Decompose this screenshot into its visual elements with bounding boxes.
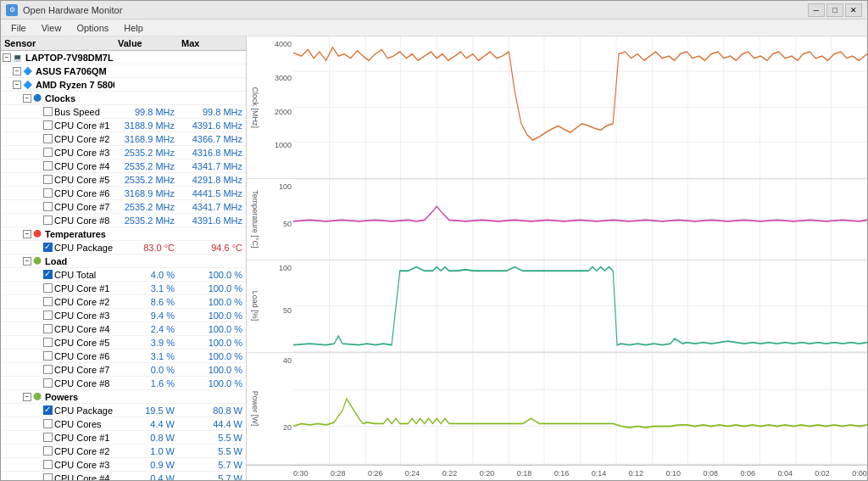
tree-row[interactable]: CPU Core #13.1 %100.0 % xyxy=(1,282,246,295)
row-max: 100.0 % xyxy=(178,338,246,348)
tree-row[interactable]: −🔷AMD Ryzen 7 5800H xyxy=(1,78,246,92)
x-label-0: 0:30 xyxy=(293,469,309,478)
tree-row[interactable]: CPU Core #42.4 %100.0 % xyxy=(1,322,246,336)
row-max: 100.0 % xyxy=(178,324,246,334)
checkbox[interactable] xyxy=(43,433,53,442)
tree-row[interactable]: CPU Core #39.4 %100.0 % xyxy=(1,309,246,322)
tree-row[interactable]: CPU Core #28.6 %100.0 % xyxy=(1,295,246,309)
tree-row[interactable]: −🔴Temperatures xyxy=(1,227,246,241)
checkbox[interactable] xyxy=(43,351,53,361)
checkbox[interactable] xyxy=(43,405,53,415)
tree-row[interactable]: −🟢Powers xyxy=(1,390,246,404)
tree-cell-name: CPU Core #1 xyxy=(1,283,114,294)
tree-cell-name: −🔷ASUS FA706QM xyxy=(1,66,114,76)
tree-row[interactable]: CPU Core #63.1 %100.0 % xyxy=(1,350,246,363)
checkbox[interactable] xyxy=(43,188,53,198)
checkbox[interactable] xyxy=(43,473,53,480)
checkbox[interactable] xyxy=(43,419,53,428)
col-max: Max xyxy=(178,36,246,50)
tree-row[interactable]: CPU Cores4.4 W44.4 W xyxy=(1,417,246,431)
checkbox[interactable] xyxy=(43,338,53,347)
tree-cell-name: CPU Core #3 xyxy=(1,148,114,158)
x-label-1: 0:28 xyxy=(331,469,346,478)
col-sensor: Sensor xyxy=(1,36,114,50)
checkbox[interactable] xyxy=(43,270,53,279)
checkbox[interactable] xyxy=(43,161,53,171)
menu-file[interactable]: File xyxy=(4,21,33,35)
menu-help[interactable]: Help xyxy=(117,21,150,35)
tree-row[interactable]: −💻LAPTOP-7V98DM7L xyxy=(1,51,246,64)
tree-row[interactable]: CPU Core #81.6 %100.0 % xyxy=(1,377,246,390)
checkbox[interactable] xyxy=(43,107,53,116)
row-max: 100.0 % xyxy=(178,365,246,375)
expand-icon[interactable]: − xyxy=(3,53,11,62)
tree-row[interactable]: CPU Package19.5 W80.8 W xyxy=(1,404,246,417)
x-axis: 0:30 0:28 0:26 0:24 0:22 0:20 0:18 0:16 … xyxy=(247,465,867,480)
expand-icon[interactable]: − xyxy=(23,94,31,103)
checkbox[interactable] xyxy=(43,202,53,211)
tree-row[interactable]: CPU Core #23168.9 MHz4366.7 MHz xyxy=(1,132,246,146)
checkbox[interactable] xyxy=(43,460,53,469)
menu-view[interactable]: View xyxy=(35,21,69,35)
tree-row[interactable]: CPU Total4.0 %100.0 % xyxy=(1,268,246,282)
checkbox[interactable] xyxy=(43,446,53,456)
tree-header: Sensor Value Max xyxy=(1,36,246,51)
row-value: 9.4 % xyxy=(114,310,178,321)
checkbox[interactable] xyxy=(43,365,53,374)
left-panel[interactable]: Sensor Value Max −💻LAPTOP-7V98DM7L−🔷ASUS… xyxy=(1,36,247,480)
checkbox[interactable] xyxy=(43,134,53,143)
tree-cell-name: CPU Core #7 xyxy=(1,202,114,212)
checkbox[interactable] xyxy=(43,283,53,293)
checkbox[interactable] xyxy=(43,120,53,130)
close-button[interactable]: ✕ xyxy=(845,3,862,17)
checkbox[interactable] xyxy=(43,324,53,333)
minimize-button[interactable]: ─ xyxy=(808,3,825,17)
tree-row[interactable]: CPU Core #42535.2 MHz4341.7 MHz xyxy=(1,159,246,173)
tree-row[interactable]: −🔵Clocks xyxy=(1,92,246,105)
tree-row[interactable]: CPU Core #53.9 %100.0 % xyxy=(1,336,246,350)
checkbox[interactable] xyxy=(43,243,53,252)
tree-row[interactable]: −🔷ASUS FA706QM xyxy=(1,64,246,78)
node-icon: 🔴 xyxy=(33,230,42,238)
checkbox[interactable] xyxy=(43,310,53,320)
load-chart-area: Load [%] 100 50 xyxy=(247,260,867,352)
maximize-button[interactable]: □ xyxy=(826,3,843,17)
expand-icon[interactable]: − xyxy=(13,81,21,89)
expand-icon[interactable]: − xyxy=(13,67,21,76)
checkbox[interactable] xyxy=(43,297,53,306)
row-value: 4.0 % xyxy=(114,270,178,280)
expand-icon[interactable]: − xyxy=(23,393,31,401)
tree-row[interactable]: CPU Core #52535.2 MHz4291.8 MHz xyxy=(1,173,246,187)
tree-row[interactable]: CPU Core #72535.2 MHz4341.7 MHz xyxy=(1,200,246,214)
tree-cell-name: CPU Core #2 xyxy=(1,297,114,307)
checkbox[interactable] xyxy=(43,215,53,225)
tree-row[interactable]: CPU Core #32535.2 MHz4316.8 MHz xyxy=(1,146,246,159)
checkbox[interactable] xyxy=(43,148,53,157)
tree-row[interactable]: Bus Speed99.8 MHz99.8 MHz xyxy=(1,105,246,119)
checkbox[interactable] xyxy=(43,378,53,388)
tree-row[interactable]: CPU Package83.0 °C94.6 °C xyxy=(1,241,246,254)
x-label-15: 0:00 xyxy=(852,469,867,478)
expand-icon[interactable]: − xyxy=(23,257,31,266)
tree-cell-name: CPU Core #2 xyxy=(1,134,114,144)
row-value: 83.0 °C xyxy=(114,243,178,253)
tree-row[interactable]: CPU Core #40.4 W5.7 W xyxy=(1,472,246,480)
tree-row[interactable]: CPU Core #63168.9 MHz4441.5 MHz xyxy=(1,187,246,200)
clock-y-label: Clock [MHz] xyxy=(247,36,264,178)
sensor-tree: Sensor Value Max −💻LAPTOP-7V98DM7L−🔷ASUS… xyxy=(1,36,246,480)
tree-cell-name: −🔷AMD Ryzen 7 5800H xyxy=(1,80,114,90)
checkbox[interactable] xyxy=(43,175,53,184)
tree-row[interactable]: CPU Core #10.8 W5.5 W xyxy=(1,431,246,445)
menu-options[interactable]: Options xyxy=(70,21,115,35)
x-axis-labels: 0:30 0:28 0:26 0:24 0:22 0:20 0:18 0:16 … xyxy=(293,466,867,480)
tree-row[interactable]: CPU Core #82535.2 MHz4391.6 MHz xyxy=(1,214,246,227)
tree-row[interactable]: CPU Core #13188.9 MHz4391.6 MHz xyxy=(1,119,246,132)
tree-row[interactable]: −🟢Load xyxy=(1,254,246,268)
load-y-axis: 100 50 xyxy=(264,260,293,351)
row-label: CPU Package xyxy=(54,405,113,416)
expand-icon[interactable]: − xyxy=(23,230,31,238)
tree-row[interactable]: CPU Core #70.0 %100.0 % xyxy=(1,363,246,377)
row-max: 94.6 °C xyxy=(178,243,246,253)
tree-row[interactable]: CPU Core #21.0 W5.5 W xyxy=(1,445,246,458)
tree-row[interactable]: CPU Core #30.9 W5.7 W xyxy=(1,458,246,472)
